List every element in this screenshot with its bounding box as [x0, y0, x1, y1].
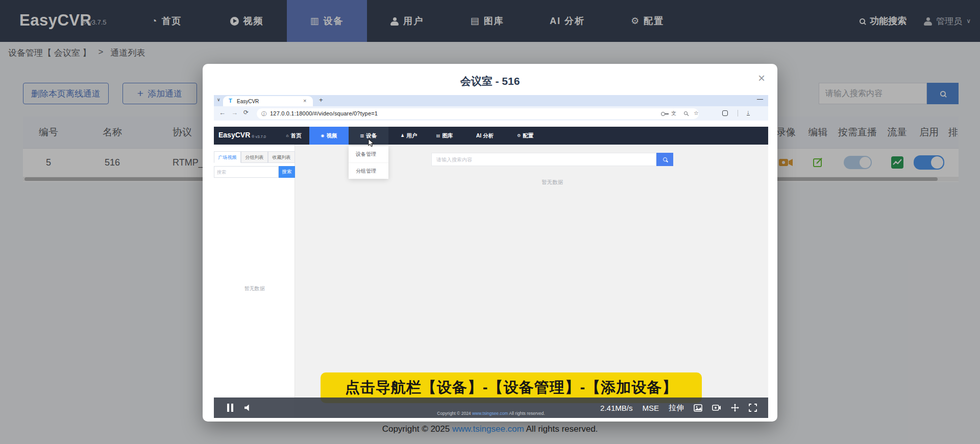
recorded-nav-video-label: 视频 — [326, 132, 337, 139]
reload-icon: ⟳ — [243, 109, 249, 115]
tab-favorites-list: 收藏列表 — [268, 151, 295, 163]
recorded-footer-link: www.tsingsee.com — [472, 411, 508, 416]
new-tab-icon: + — [319, 96, 323, 104]
recorded-main-search-input — [431, 153, 656, 166]
recorded-nav-home: ⌂ 首页 — [278, 127, 309, 145]
recorded-main-empty-text: 暂无数据 — [431, 179, 673, 186]
dropdown-item-group-manage: 分组管理 — [349, 162, 388, 179]
recorded-nav-ai-label: AI 分析 — [476, 132, 494, 139]
recorded-footer-copyright: Copyright © 2024 — [437, 411, 471, 416]
recorded-main-search-button — [656, 153, 673, 166]
recorded-nav-config: ⚙ 配置 — [510, 127, 540, 145]
player-control-bar: 2.41MB/s MSE 拉伸 Copyright © 2024 www.t — [214, 398, 768, 418]
forward-icon: → — [231, 109, 238, 116]
recorded-main-search — [431, 153, 673, 166]
recorded-nav-video: ◉ 视频 — [309, 127, 349, 145]
mouse-cursor-icon — [368, 139, 375, 147]
recorded-app-version: ® v3.7.0 — [252, 134, 266, 139]
recorded-app-logo: EasyCVR — [218, 131, 250, 139]
extensions-icon — [722, 110, 728, 116]
recorded-nav-gallery-label: 图库 — [442, 132, 453, 139]
tab-close-icon: × — [303, 98, 306, 104]
home-icon: ⌂ — [286, 133, 289, 138]
recorded-footer: Copyright © 2024 www.tsingsee.com All ri… — [214, 411, 768, 416]
recorded-footer-rights: All rights reserved. — [509, 411, 545, 416]
close-icon[interactable]: × — [758, 72, 765, 84]
recorded-nav-gallery: ▤ 图库 — [429, 127, 460, 145]
device-icon: ▥ — [360, 133, 364, 138]
tab-square-video: 广场视频 — [214, 151, 241, 163]
modal-title: 会议室 - 516 — [203, 74, 777, 88]
recorded-nav-ai: AI 分析 — [471, 127, 499, 145]
record-icon[interactable] — [712, 404, 721, 411]
user-icon: ♟ — [401, 133, 404, 138]
video-player-canvas[interactable]: ∨ T EasyCVR × + — ← → ⟳ ⓘ 127.0.0.1:1800… — [214, 95, 768, 418]
url-text: 127.0.0.1:18000/#/video/square/0?type=1 — [270, 110, 378, 116]
tab-group-list: 分组列表 — [241, 151, 268, 163]
gallery-icon: ▤ — [436, 133, 440, 138]
recorded-panel-search-input — [214, 166, 279, 178]
browser-tab: T EasyCVR × — [223, 96, 313, 106]
recorded-left-panel: 广场视频 分组列表 收藏列表 搜索 暂无数据 — [214, 145, 295, 418]
recorded-nav-user-label: 用户 — [406, 132, 417, 139]
tab-search-chevron-icon: ∨ — [217, 97, 220, 102]
gear-icon: ⚙ — [517, 133, 521, 138]
volume-icon[interactable] — [244, 405, 252, 411]
site-info-icon: ⓘ — [261, 110, 266, 118]
password-key-icon — [661, 112, 665, 116]
toolbar-divider — [738, 110, 738, 116]
search-icon — [663, 157, 667, 161]
recorded-navbar: EasyCVR ® v3.7.0 ⌂ 首页 ◉ 视频 ▥ 设备 ♟ 用户 ▤ 图… — [214, 127, 768, 145]
browser-toolbar: ← → ⟳ ⓘ 127.0.0.1:18000/#/video/square/0… — [214, 106, 768, 121]
recorded-nav-home-label: 首页 — [290, 132, 301, 139]
window-minimize-icon: — — [757, 96, 763, 103]
download-icon: ↓ — [747, 109, 750, 115]
back-icon: ← — [219, 109, 226, 116]
zoom-icon — [684, 111, 688, 115]
recorded-nav-device-label: 设备 — [366, 132, 377, 139]
recorded-nav-user: ♟ 用户 — [394, 127, 424, 145]
translate-icon: 文 — [671, 110, 676, 117]
video-preview-modal: 会议室 - 516 × ∨ T EasyCVR × + — ← → ⟳ ⓘ 12… — [203, 64, 777, 422]
browser-tab-title: EasyCVR — [237, 99, 259, 104]
video-play-icon: ◉ — [321, 133, 325, 138]
recorded-nav-config-label: 配置 — [523, 132, 533, 139]
browser-tabstrip: ∨ T EasyCVR × + — — [214, 95, 768, 106]
site-favicon: T — [229, 98, 232, 104]
address-bar: ⓘ 127.0.0.1:18000/#/video/square/0?type=… — [257, 108, 699, 119]
recorded-panel-search-button: 搜索 — [279, 166, 295, 178]
bookmark-star-icon: ☆ — [694, 110, 699, 116]
recorded-panel-search: 搜索 — [214, 166, 295, 178]
recorded-device-dropdown: 设备管理 分组管理 — [349, 146, 388, 179]
recorded-panel-empty-text: 暂无数据 — [214, 285, 295, 292]
dropdown-item-device-manage: 设备管理 — [349, 146, 388, 162]
recorded-panel-tabs: 广场视频 分组列表 收藏列表 — [214, 151, 295, 163]
